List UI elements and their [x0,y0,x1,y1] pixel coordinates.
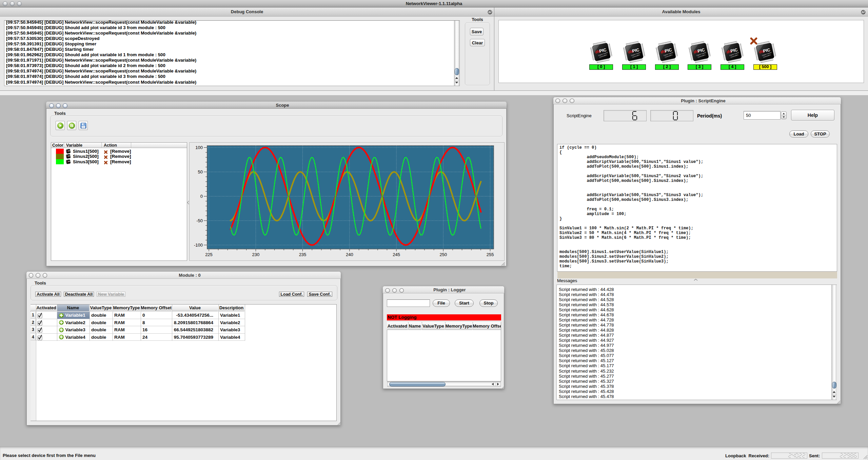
svg-text:230: 230 [252,252,259,257]
svg-text:225: 225 [205,252,213,257]
svg-text:255: 255 [487,252,494,257]
svg-text:0: 0 [200,194,203,199]
svg-text:245: 245 [393,252,400,257]
svg-text:235: 235 [299,252,307,257]
svg-text:50: 50 [198,169,203,174]
svg-text:100: 100 [195,145,203,150]
svg-text:240: 240 [346,252,353,257]
svg-text:-50: -50 [196,218,203,223]
svg-text:250: 250 [439,252,447,257]
svg-text:-100: -100 [194,243,203,248]
